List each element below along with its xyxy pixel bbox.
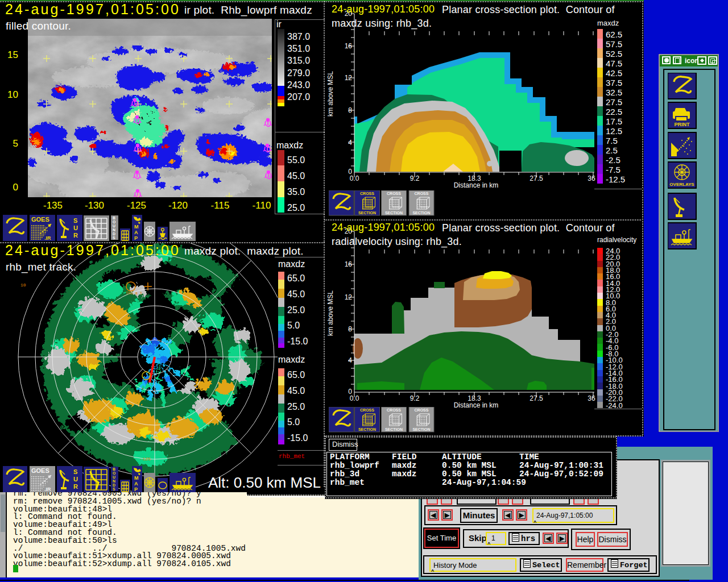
svg-text:OVERLAYS: OVERLAYS [669,182,694,187]
svg-text:N: N [113,479,115,483]
svg-text:36: 36 [588,174,595,182]
svg-text:P: P [134,235,138,241]
svg-text:0.0: 0.0 [350,174,359,182]
svg-text:CROSS: CROSS [360,192,374,196]
svg-text:N: N [113,228,115,232]
svg-text:4: 4 [348,139,352,147]
svg-text:CROSS: CROSS [415,408,429,412]
svg-text:SECTION: SECTION [385,211,403,215]
svg-text:B: B [113,216,115,220]
svg-text:SECTION: SECTION [358,211,376,215]
svg-text:SECTION: SECTION [385,427,403,431]
svg-text:CROSS: CROSS [360,408,374,412]
svg-text:10: 10 [20,282,26,288]
svg-text:CROSS: CROSS [415,192,429,196]
svg-text:S: S [113,236,115,240]
svg-text:0.0: 0.0 [350,394,359,402]
svg-text:km above MSL: km above MSL [326,290,334,336]
svg-text:12: 12 [345,74,353,82]
svg-text:PRINT: PRINT [675,122,690,127]
svg-text:km above MSL: km above MSL [326,71,334,117]
svg-text:Distance in km: Distance in km [454,181,499,189]
svg-text:O: O [113,220,115,224]
svg-text:O: O [113,471,115,475]
svg-text:A: A [134,230,138,235]
svg-text:Distance in km: Distance in km [454,401,499,409]
svg-text:U: U [113,475,115,479]
svg-text:S: S [113,487,115,491]
svg-text:GOES: GOES [31,216,49,223]
svg-text:A: A [134,481,138,487]
svg-text:M: M [134,224,139,230]
svg-text:S: S [73,217,77,224]
svg-text:12: 12 [345,293,353,301]
svg-text:27.5: 27.5 [530,174,543,182]
svg-text:SECTION: SECTION [412,427,430,431]
svg-text:.IR: .IR [44,487,51,492]
svg-text:4: 4 [348,356,352,364]
svg-text:P: P [134,487,138,492]
svg-text:SECTION: SECTION [412,211,430,215]
svg-text:8: 8 [348,325,352,333]
svg-text:U: U [73,225,78,231]
svg-text:R: R [73,232,78,239]
svg-text:D: D [113,232,115,236]
svg-text:GOES: GOES [31,467,49,474]
svg-text:S: S [73,468,77,475]
svg-text:U: U [73,476,78,483]
svg-text:9.2: 9.2 [410,394,420,402]
svg-text:CROSS: CROSS [387,408,401,412]
svg-text:16: 16 [345,42,353,50]
svg-text:8: 8 [348,106,352,114]
svg-text:36: 36 [588,394,595,402]
svg-text:16: 16 [345,260,353,268]
svg-text:U: U [113,224,115,228]
svg-text:R: R [73,483,78,490]
svg-text:M: M [134,475,139,481]
svg-text:.IR: .IR [44,235,51,241]
svg-text:CROSS: CROSS [387,192,401,196]
svg-text:SECTION: SECTION [358,427,376,431]
svg-text:B: B [113,467,115,471]
svg-text:Thu a t: Thu a t [126,291,142,296]
svg-text:27.5: 27.5 [530,394,543,402]
svg-text:-125: -125 [140,456,151,462]
svg-text:D: D [113,483,115,487]
svg-text:9.2: 9.2 [410,174,420,182]
